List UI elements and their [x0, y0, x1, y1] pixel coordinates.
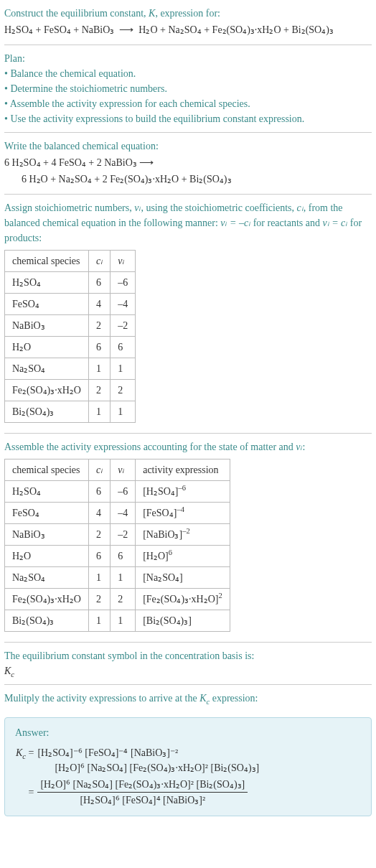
- table-row: H₂O66[H₂O]6: [5, 546, 230, 567]
- act-base: [Fe₂(SO₄)₃·xH₂O]: [143, 594, 218, 605]
- plan-bullet-3: • Assemble the activity expression for e…: [4, 96, 372, 111]
- cell-species: NaBiO₃: [5, 315, 89, 337]
- cell-ci: 1: [88, 567, 110, 589]
- cell-ci: 1: [88, 358, 110, 380]
- stoich-h-species: chemical species: [5, 251, 89, 272]
- table-row: NaBiO₃2–2: [5, 315, 136, 337]
- table-row: H₂SO₄6–6: [5, 272, 136, 294]
- table-row: FeSO₄4–4: [5, 294, 136, 315]
- kc-c: c: [11, 671, 14, 678]
- kc-symbol-line2: Kc: [4, 663, 372, 678]
- cell-species: FeSO₄: [5, 294, 89, 315]
- balanced-section: Write the balanced chemical equation: 6 …: [0, 133, 376, 194]
- cell-species: H₂O: [5, 546, 89, 567]
- cell-species: Fe₂(SO₄)₃·xH₂O: [5, 380, 89, 401]
- cell-vi: 6: [111, 546, 136, 567]
- cell-vi: 1: [111, 401, 136, 423]
- intro-K: K: [149, 8, 155, 19]
- cell-vi: 1: [111, 358, 136, 380]
- table-row: Na₂SO₄11[Na₂SO₄]: [5, 567, 230, 589]
- multiply-K: K: [199, 693, 206, 704]
- intro-suffix: , expression for:: [155, 8, 220, 19]
- kc-K: K: [4, 666, 11, 676]
- cell-species: H₂SO₄: [5, 481, 89, 503]
- cell-act: [Bi₂(SO₄)₃]: [136, 610, 230, 632]
- cell-ci: 6: [88, 481, 110, 503]
- act-exp: 2: [218, 592, 222, 599]
- answer-line1: [H₂SO₄]⁻⁶ [FeSO₄]⁻⁴ [NaBiO₃]⁻²: [37, 745, 259, 760]
- act-base: [Bi₂(SO₄)₃]: [143, 615, 192, 626]
- cell-species: H₂SO₄: [5, 272, 89, 294]
- intro-eq-arrow: ⟶: [119, 24, 133, 35]
- activity-h-species: chemical species: [5, 459, 89, 481]
- answer-c: c: [22, 752, 26, 760]
- table-row: Fe₂(SO₄)₃·xH₂O22[Fe₂(SO₄)₃·xH₂O]2: [5, 589, 230, 610]
- cell-vi: –2: [111, 315, 136, 337]
- act-base: [H₂SO₄]: [143, 486, 178, 497]
- answer-rhs-cell: [H₂SO₄]⁻⁶ [FeSO₄]⁻⁴ [NaBiO₃]⁻² [H₂O]⁶ [N…: [37, 745, 260, 776]
- act-base: [NaBiO₃]: [143, 529, 182, 540]
- stoich-rel2: νᵢ = cᵢ: [322, 218, 347, 228]
- cell-vi: –4: [111, 294, 136, 315]
- intro-eq-lhs: H₂SO₄ + FeSO₄ + NaBiO₃: [4, 24, 114, 35]
- balanced-line1: 6 H₂SO₄ + 4 FeSO₄ + 2 NaBiO₃ ⟶: [4, 155, 372, 170]
- cell-vi: 6: [111, 337, 136, 358]
- stoich-prefix: Assign stoichiometric numbers,: [4, 202, 134, 213]
- cell-act: [Fe₂(SO₄)₃·xH₂O]2: [136, 589, 230, 610]
- cell-vi: –6: [111, 481, 136, 503]
- stoich-mid3: for reactants and: [250, 218, 322, 228]
- cell-ci: 1: [88, 610, 110, 632]
- cell-vi: 2: [111, 380, 136, 401]
- stoich-h-ci: cᵢ: [88, 251, 110, 272]
- answer-kc-cell: Kc =: [15, 745, 37, 776]
- intro-equation: H₂SO₄ + FeSO₄ + NaBiO₃ ⟶ H₂O + Na₂SO₄ + …: [4, 22, 372, 37]
- activity-h-vi: νᵢ: [111, 459, 136, 481]
- plan-section: Plan: • Balance the chemical equation. •…: [0, 45, 376, 132]
- answer-fraction: [H₂O]⁶ [Na₂SO₄] [Fe₂(SO₄)₃·xH₂O]² [Bi₂(S…: [37, 777, 248, 808]
- answer-eq2-cell: =: [15, 776, 37, 808]
- answer-K: K: [16, 747, 22, 758]
- stoich-h-vi: νᵢ: [111, 251, 136, 272]
- act-exp: –2: [182, 527, 190, 535]
- cell-vi: –4: [111, 503, 136, 524]
- cell-ci: 2: [88, 524, 110, 546]
- answer-box: Answer: Kc = [H₂SO₄]⁻⁶ [FeSO₄]⁻⁴ [NaBiO₃…: [4, 717, 372, 816]
- stoich-section: Assign stoichiometric numbers, νᵢ, using…: [0, 195, 376, 433]
- cell-species: Na₂SO₄: [5, 358, 89, 380]
- act-base: [Na₂SO₄]: [143, 572, 183, 583]
- table-row: Na₂SO₄11: [5, 358, 136, 380]
- cell-species: Bi₂(SO₄)₃: [5, 401, 89, 423]
- plan-heading: Plan:: [4, 51, 372, 66]
- cell-species: NaBiO₃: [5, 524, 89, 546]
- multiply-section: Mulitply the activity expressions to arr…: [0, 685, 376, 711]
- act-exp: 6: [169, 549, 172, 556]
- table-row: Fe₂(SO₄)₃·xH₂O22: [5, 380, 136, 401]
- act-base: [H₂O]: [143, 551, 169, 561]
- cell-vi: –2: [111, 524, 136, 546]
- cell-ci: 6: [88, 337, 110, 358]
- multiply-prefix: Mulitply the activity expressions to arr…: [4, 693, 199, 704]
- answer-eq1: =: [29, 747, 34, 758]
- activity-h-act: activity expression: [136, 459, 230, 481]
- table-row: Bi₂(SO₄)₃11: [5, 401, 136, 423]
- answer-frac-den: [H₂SO₄]⁶ [FeSO₄]⁴ [NaBiO₃]²: [37, 793, 248, 808]
- cell-species: FeSO₄: [5, 503, 89, 524]
- cell-species: H₂O: [5, 337, 89, 358]
- intro-prefix: Construct the equilibrium constant,: [4, 8, 149, 19]
- cell-vi: 1: [111, 610, 136, 632]
- stoich-table: chemical species cᵢ νᵢ H₂SO₄6–6 FeSO₄4–4…: [4, 250, 136, 423]
- cell-ci: 2: [88, 589, 110, 610]
- answer-line2: [H₂O]⁶ [Na₂SO₄] [Fe₂(SO₄)₃·xH₂O]² [Bi₂(S…: [37, 760, 259, 775]
- multiply-line: Mulitply the activity expressions to arr…: [4, 691, 372, 706]
- cell-vi: 2: [111, 589, 136, 610]
- cell-species: Na₂SO₄: [5, 567, 89, 589]
- cell-vi: 1: [111, 567, 136, 589]
- table-header-row: chemical species cᵢ νᵢ: [5, 251, 136, 272]
- answer-layout: Kc = [H₂SO₄]⁻⁶ [FeSO₄]⁻⁴ [NaBiO₃]⁻² [H₂O…: [15, 745, 260, 808]
- kc-symbol-section: The equilibrium constant symbol in the c…: [0, 643, 376, 684]
- activity-prefix: Assemble the activity expressions accoun…: [4, 442, 296, 452]
- cell-act: [H₂SO₄]–6: [136, 481, 230, 503]
- stoich-mid1: , using the stoichiometric coefficients,: [141, 202, 296, 213]
- answer-eq2: =: [29, 787, 34, 798]
- plan-bullet-1: • Balance the chemical equation.: [4, 66, 372, 81]
